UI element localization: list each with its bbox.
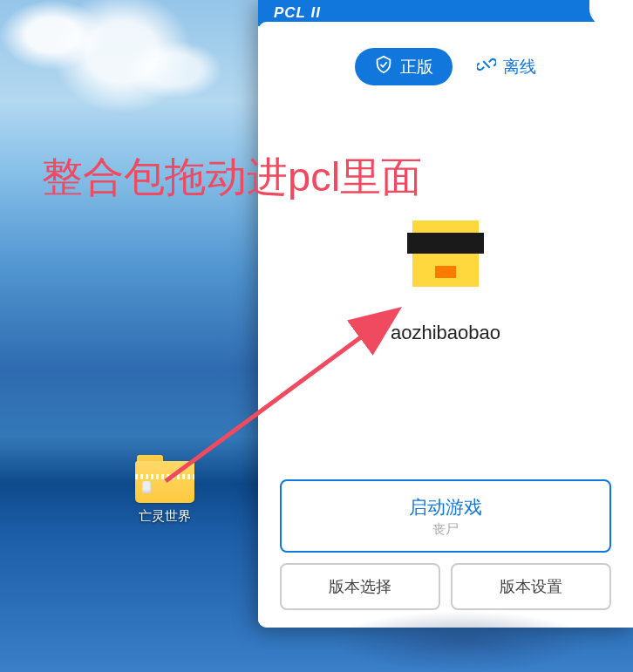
launch-button-label: 启动游戏	[295, 494, 596, 519]
login-tabs: 正版 离线	[280, 48, 611, 85]
annotation-text: 整合包拖动进pcl里面	[42, 150, 422, 205]
zip-folder-icon	[135, 455, 194, 503]
desktop-icon-label: 亡灵世界	[139, 508, 191, 525]
username-label: aozhibaobao	[391, 322, 500, 344]
tab-offline[interactable]: 离线	[477, 55, 536, 78]
version-settings-button[interactable]: 版本设置	[451, 563, 611, 610]
bottom-buttons: 启动游戏 丧尸 版本选择 版本设置	[280, 479, 611, 610]
launch-button-sub: 丧尸	[295, 521, 596, 538]
app-title: PCL II	[274, 4, 321, 22]
player-avatar[interactable]	[412, 221, 479, 287]
tab-offline-label: 离线	[503, 56, 536, 78]
tab-genuine-label: 正版	[400, 56, 433, 78]
character-shadow	[331, 611, 593, 672]
version-select-button[interactable]: 版本选择	[280, 563, 440, 610]
avatar-area: aozhibaobao	[280, 85, 611, 479]
launch-button[interactable]: 启动游戏 丧尸	[280, 479, 611, 553]
pcl-window: PCL II 正版 离线 aozhibaobao	[258, 0, 633, 628]
desktop-zip-folder[interactable]: 亡灵世界	[135, 455, 194, 525]
pcl-content: 正版 离线 aozhibaobao 启动游戏 丧尸 版本选择	[258, 22, 633, 628]
tab-genuine[interactable]: 正版	[355, 48, 453, 85]
link-break-icon	[477, 55, 496, 78]
cloud-decoration	[0, 0, 262, 174]
shield-icon	[374, 55, 393, 78]
